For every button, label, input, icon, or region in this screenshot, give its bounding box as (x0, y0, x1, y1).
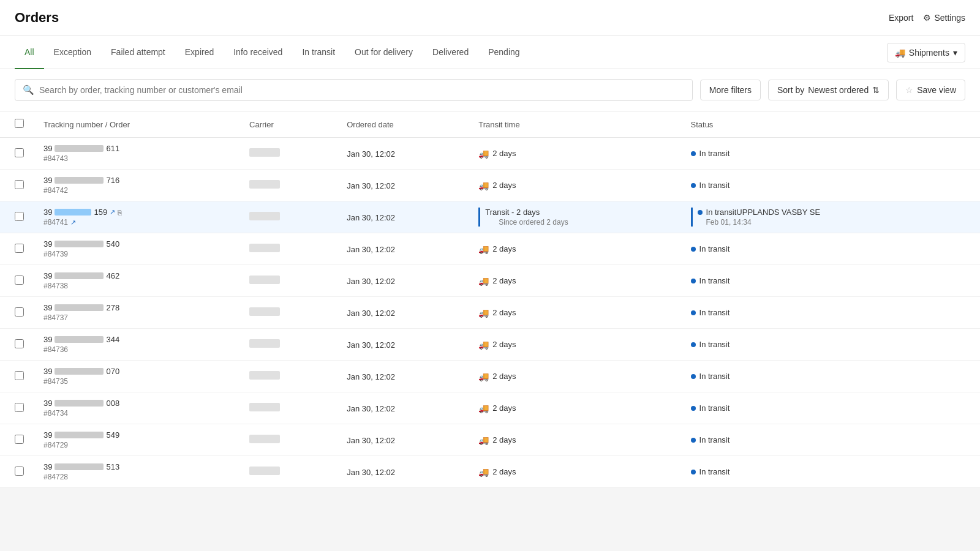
tracking-number: 39008 (43, 399, 230, 408)
row-checkbox[interactable] (15, 180, 24, 189)
tab-delivered[interactable]: Delivered (423, 36, 478, 69)
star-icon: ☆ (905, 85, 913, 95)
ordered-date: Jan 30, 12:02 (347, 245, 395, 254)
truck-icon: 🚚 (478, 467, 489, 477)
status-cell: In transit (681, 456, 980, 488)
carrier-cell (239, 392, 337, 424)
status-info: In transit (691, 467, 965, 476)
save-view-button[interactable]: ☆ Save view (896, 80, 965, 100)
status-label: In transitUPPLANDS VASBY SE (706, 208, 821, 217)
ordered-date-cell: Jan 30, 12:02 (337, 392, 469, 424)
truck-icon: 🚚 (478, 403, 489, 413)
export-button[interactable]: Export (889, 13, 913, 23)
row-checkbox[interactable] (15, 244, 24, 253)
header-actions: Export ⚙ Settings (889, 13, 965, 23)
ordered-date-cell: Jan 30, 12:02 (337, 233, 469, 265)
carrier-cell (239, 170, 337, 201)
transit-days: 🚚 2 days (478, 149, 671, 159)
search-box: 🔍 (15, 79, 693, 101)
col-tracking: Tracking number / Order (34, 111, 239, 138)
carrier-logo (249, 371, 280, 380)
tab-all[interactable]: All (15, 36, 44, 69)
col-ordered-date: Ordered date (337, 111, 469, 138)
row-checkbox[interactable] (15, 435, 24, 444)
tab-exception[interactable]: Exception (44, 36, 101, 69)
truck-icon: 🚚 (478, 308, 489, 318)
carrier-cell (239, 424, 337, 456)
transit-days: 🚚 2 days (478, 372, 671, 381)
status-info: In transit (691, 308, 965, 317)
col-checkbox (0, 111, 34, 138)
transit-days: 🚚 2 days (478, 276, 671, 286)
status-label: In transit (699, 276, 730, 285)
ordered-date-cell: Jan 30, 12:02 (337, 297, 469, 329)
order-number: #84743 (43, 154, 230, 163)
tab-expired[interactable]: Expired (175, 36, 224, 69)
carrier-cell (239, 361, 337, 392)
tracking-cell: 39716 #84742 (34, 170, 239, 201)
transit-info: 🚚 2 days (478, 435, 671, 445)
carrier-logo (249, 435, 280, 443)
transit-time-cell: 🚚 2 days (469, 392, 680, 424)
status-label: In transit (699, 308, 730, 317)
status-info: In transit (691, 276, 965, 285)
row-checkbox[interactable] (15, 371, 24, 380)
ordered-date: Jan 30, 12:02 (347, 468, 395, 477)
link-icon[interactable]: ↗ (70, 219, 76, 227)
tab-out-for-delivery[interactable]: Out for delivery (345, 36, 423, 69)
row-checkbox[interactable] (15, 339, 24, 348)
ordered-date: Jan 30, 12:02 (347, 181, 395, 190)
status-date: Feb 01, 14:34 (698, 218, 965, 227)
transit-days: 🚚 2 days (478, 340, 671, 350)
select-all-checkbox[interactable] (15, 119, 24, 128)
truck-icon: 🚚 (478, 340, 489, 350)
row-checkbox[interactable] (15, 276, 24, 285)
copy-icon[interactable]: ⎘ (118, 209, 122, 216)
status-cell: In transit (681, 329, 980, 361)
status-dot (691, 470, 696, 474)
status-cell: In transit (681, 361, 980, 392)
ordered-date: Jan 30, 12:02 (347, 213, 395, 222)
status-main: In transitUPPLANDS VASBY SE (698, 208, 965, 217)
tracking-number: 39070 (43, 367, 230, 376)
tab-failed-attempt[interactable]: Failed attempt (101, 36, 175, 69)
ordered-date-cell: Jan 30, 12:02 (337, 170, 469, 201)
shipments-button[interactable]: 🚚 Shipments ▾ (887, 43, 965, 62)
status-label: In transit (699, 149, 730, 158)
row-checkbox[interactable] (15, 467, 24, 476)
status-dot (691, 406, 696, 411)
settings-button[interactable]: ⚙ Settings (923, 13, 965, 23)
order-number: #84739 (43, 250, 230, 258)
tab-info-received[interactable]: Info received (224, 36, 292, 69)
row-checkbox[interactable] (15, 307, 24, 317)
row-checkbox[interactable] (15, 403, 24, 412)
ordered-date-cell: Jan 30, 12:02 (337, 424, 469, 456)
sort-button[interactable]: Sort byNewest ordered ⇅ (768, 80, 889, 100)
order-number: #84735 (43, 377, 230, 386)
tab-in-transit[interactable]: In transit (292, 36, 345, 69)
table-row: 39344 #84736 Jan 30, 12:02 🚚 2 days In t… (0, 329, 980, 361)
table-row: 39716 #84742 Jan 30, 12:02 🚚 2 days In t… (0, 170, 980, 201)
order-number: #84742 (43, 186, 230, 195)
carrier-cell (239, 456, 337, 488)
tracking-cell: 39008 #84734 (34, 392, 239, 424)
transit-days: 🚚 2 days (478, 403, 671, 413)
row-checkbox[interactable] (15, 148, 24, 157)
status-dot (691, 374, 696, 379)
external-link-icon[interactable]: ↗ (110, 208, 115, 216)
truck-icon: 🚚 (478, 372, 489, 381)
ordered-date: Jan 30, 12:02 (347, 277, 395, 286)
search-input[interactable] (39, 85, 685, 95)
row-checkbox[interactable] (15, 212, 24, 221)
table-row: 39611 #84743 Jan 30, 12:02 🚚 2 days In t… (0, 138, 980, 170)
table-header-row: Tracking number / Order Carrier Ordered … (0, 111, 980, 138)
tab-pending[interactable]: Pending (478, 36, 529, 69)
more-filters-button[interactable]: More filters (700, 80, 761, 100)
status-cell: In transitUPPLANDS VASBY SE Feb 01, 14:3… (681, 201, 980, 233)
status-dot (691, 342, 696, 347)
tracking-number: 39540 (43, 239, 230, 249)
tracking-cell: 39159 ↗ ⎘ #84741 ↗ (34, 201, 239, 233)
sort-icon: ⇅ (872, 85, 880, 95)
transit-info: 🚚 2 days (478, 372, 671, 381)
order-number: #84737 (43, 313, 230, 322)
